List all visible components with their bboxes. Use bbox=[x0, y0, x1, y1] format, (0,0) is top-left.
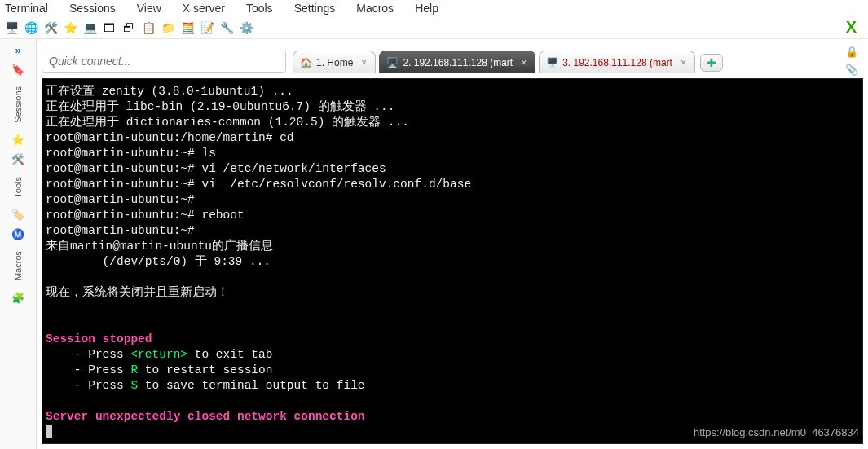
split-dock-icon[interactable]: 🧩 bbox=[11, 290, 25, 305]
session-stopped-line: Session stopped bbox=[46, 332, 152, 346]
dock-sessions-label[interactable]: Sessions bbox=[13, 86, 23, 123]
lock-icon[interactable]: 🔒 bbox=[845, 46, 860, 60]
menu-macros[interactable]: Macros bbox=[356, 2, 394, 15]
note-icon[interactable]: 📋 bbox=[140, 20, 156, 36]
terminal-icon[interactable]: 🖥️ bbox=[3, 20, 20, 36]
close-icon[interactable]: X bbox=[846, 18, 857, 37]
tab-label: 3. 192.168.111.128 (mart bbox=[562, 57, 672, 68]
new-tab-button[interactable]: ✚ bbox=[700, 54, 723, 72]
tile-icon[interactable]: 🗗 bbox=[121, 20, 137, 36]
terminal-pane[interactable]: 正在设置 zenity (3.8.0-1ubuntu1) ... 正在处理用于 … bbox=[42, 78, 863, 444]
tab-session-2[interactable]: 🖥️ 3. 192.168.111.128 (mart × bbox=[539, 51, 695, 73]
edit-icon[interactable]: 📝 bbox=[199, 20, 215, 36]
tab-close-icon[interactable]: × bbox=[681, 57, 686, 68]
toolbar: 🖥️ 🌐 🛠️ ⭐ 💻 🗔 🗗 📋 📁 🧮 📝 🔧 ⚙️ X bbox=[0, 16, 868, 39]
menu-settings[interactable]: Settings bbox=[294, 2, 336, 15]
quick-connect-input[interactable] bbox=[42, 51, 286, 73]
monitor-icon[interactable]: 💻 bbox=[82, 20, 98, 36]
menu-sessions[interactable]: Sessions bbox=[69, 2, 116, 15]
menu-terminal[interactable]: Terminal bbox=[5, 2, 48, 15]
cascade-icon[interactable]: 🗔 bbox=[101, 20, 117, 36]
right-tool-icons: 🔒 📎 bbox=[840, 44, 863, 78]
tab-label: 2. 192.168.111.128 (mart bbox=[403, 57, 513, 68]
error-line: Server unexpectedly closed network conne… bbox=[46, 410, 365, 423]
terminal-output: 正在设置 zenity (3.8.0-1ubuntu1) ... 正在处理用于 … bbox=[42, 84, 857, 441]
menu-view[interactable]: View bbox=[137, 2, 161, 15]
tab-label: 1. Home bbox=[316, 57, 353, 68]
gear-icon[interactable]: ⚙️ bbox=[238, 20, 254, 36]
macros-dock-icon[interactable]: Ⓜ️ bbox=[11, 227, 25, 241]
left-dock: » 🔖 Sessions ⭐ 🛠️ Tools 🏷️ Ⓜ️ Macros 🧩 bbox=[0, 39, 37, 449]
cursor-block bbox=[46, 425, 52, 438]
tools-dock-icon[interactable]: 🛠️ bbox=[11, 152, 25, 167]
tab-close-icon[interactable]: × bbox=[521, 57, 527, 68]
tab-session-1[interactable]: 🖥️ 2. 192.168.111.128 (mart × bbox=[379, 51, 535, 73]
tab-home[interactable]: 🏠 1. Home × bbox=[293, 51, 376, 73]
wrench-icon[interactable]: 🔧 bbox=[218, 20, 235, 36]
calc-icon[interactable]: 🧮 bbox=[179, 20, 196, 36]
terminal-tab-icon: 🖥️ bbox=[546, 57, 557, 68]
dock-macros-label[interactable]: Macros bbox=[13, 251, 23, 280]
paperclip-icon[interactable]: 📎 bbox=[845, 64, 860, 78]
tab-bar-row: 🏠 1. Home × 🖥️ 2. 192.168.111.128 (mart … bbox=[37, 39, 868, 78]
hammer-icon[interactable]: 🛠️ bbox=[42, 20, 59, 36]
dock-tools-label[interactable]: Tools bbox=[13, 177, 23, 198]
folder-icon[interactable]: 📁 bbox=[160, 20, 176, 36]
terminal-tab-icon: 🖥️ bbox=[386, 57, 398, 68]
tag-dock-icon[interactable]: 🏷️ bbox=[11, 207, 25, 222]
menu-xserver[interactable]: X server bbox=[183, 2, 225, 15]
bookmark-icon[interactable]: 🔖 bbox=[11, 62, 25, 77]
menu-bar: Terminal Sessions View X server Tools Se… bbox=[0, 0, 868, 16]
expand-icon[interactable]: » bbox=[11, 42, 25, 57]
star-icon[interactable]: ⭐ bbox=[62, 20, 78, 36]
menu-tools[interactable]: Tools bbox=[246, 2, 273, 15]
star-dock-icon[interactable]: ⭐ bbox=[11, 133, 25, 147]
menu-help[interactable]: Help bbox=[415, 2, 438, 15]
tab-close-icon[interactable]: × bbox=[361, 57, 367, 68]
tab-strip: 🏠 1. Home × 🖥️ 2. 192.168.111.128 (mart … bbox=[293, 49, 839, 73]
globe-icon[interactable]: 🌐 bbox=[23, 20, 39, 36]
home-icon: 🏠 bbox=[300, 57, 311, 68]
